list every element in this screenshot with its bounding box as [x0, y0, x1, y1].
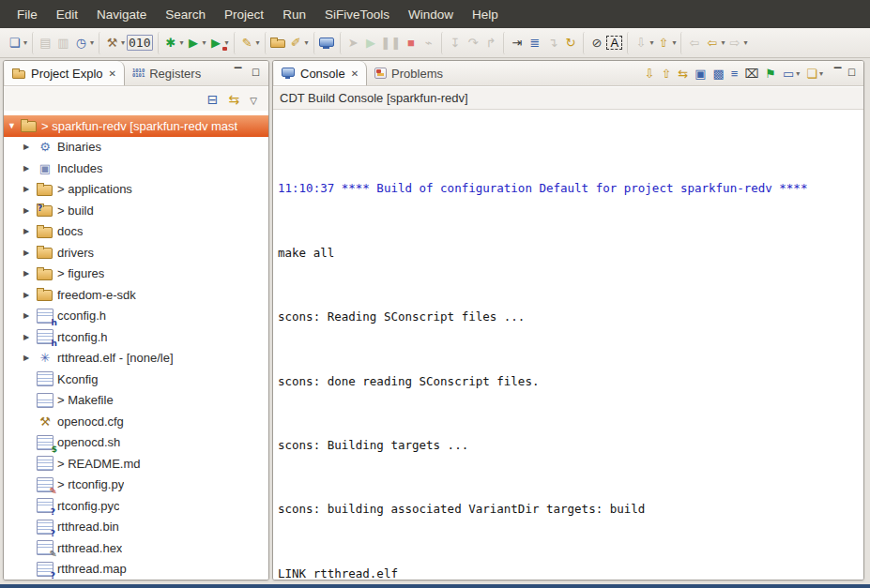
expand-arrow-icon[interactable]: ▶	[23, 354, 37, 362]
tab-problems[interactable]: Problems	[367, 61, 450, 85]
view-toolbar-button[interactable]: ⇆	[229, 93, 240, 106]
expand-arrow-icon[interactable]: ▶	[23, 164, 37, 173]
tree-item[interactable]: ▶ > applications	[4, 179, 268, 201]
toolbar-button[interactable]: ▶ ▾	[362, 32, 380, 54]
expand-arrow-icon[interactable]: ▶	[23, 269, 37, 278]
console-toolbar-button[interactable]: ⇆ ▾	[678, 68, 688, 80]
tree-item[interactable]: > README.md	[4, 453, 268, 475]
toolbar-button[interactable]: ↻ ▾	[561, 32, 579, 54]
maximize-icon[interactable]: ☐	[845, 68, 859, 78]
dropdown-arrow-icon[interactable]: ▾	[225, 38, 229, 47]
console-toolbar-button[interactable]: ▭ ▾	[783, 68, 800, 80]
dropdown-arrow-icon[interactable]: ▾	[649, 38, 653, 47]
toolbar-button[interactable]: ❏ ▾	[6, 32, 28, 54]
console-toolbar-button[interactable]: ⚑ ▾	[765, 68, 776, 80]
toolbar-button[interactable]: ▾	[265, 32, 287, 54]
tree-item[interactable]: ▶ drivers	[4, 242, 268, 264]
tree-item[interactable]: ▶ freedom-e-sdk	[4, 284, 268, 306]
close-icon[interactable]: ✕	[109, 68, 116, 79]
console-toolbar-button[interactable]: ≡ ▾	[731, 68, 739, 80]
expand-arrow-icon[interactable]: ▶	[23, 291, 37, 299]
toolbar-button[interactable]: ⇦ ▾	[703, 32, 725, 54]
tab-project-explorer[interactable]: Project Explo ✕	[5, 61, 125, 85]
expand-arrow-icon[interactable]: ▶	[23, 185, 37, 193]
dropdown-arrow-icon[interactable]: ▾	[796, 69, 800, 78]
toolbar-button[interactable]: ↷ ▾	[464, 32, 481, 54]
expand-arrow-icon[interactable]: ▼	[8, 121, 21, 130]
menu-item[interactable]: Navigate	[87, 0, 156, 28]
dropdown-arrow-icon[interactable]: ▾	[819, 69, 823, 78]
menu-item[interactable]: Project	[215, 0, 273, 28]
menu-item[interactable]: Edit	[47, 0, 87, 28]
menu-item[interactable]: Help	[463, 0, 508, 28]
minimize-icon[interactable]: ▔	[231, 68, 245, 78]
tree-item[interactable]: ▶ ⚙ Binaries	[4, 137, 268, 158]
tree-item[interactable]: ▶ ✳ rtthread.elf - [none/le]	[4, 348, 268, 369]
toolbar-button[interactable]: ▥ ▾	[54, 32, 72, 54]
toolbar-button[interactable]: ⌁ ▾	[420, 32, 437, 54]
toolbar-button[interactable]: ⇥ ▾	[503, 32, 526, 54]
toolbar-button[interactable]: ➤ ▾	[340, 32, 362, 54]
console-toolbar-button[interactable]: ▣ ▾	[694, 68, 706, 80]
expand-arrow-icon[interactable]: ▶	[23, 249, 37, 257]
console-toolbar-button[interactable]: ⇩ ▾	[644, 68, 654, 80]
dropdown-arrow-icon[interactable]: ▾	[721, 38, 725, 47]
tree-item[interactable]: ▶ > build	[4, 200, 268, 221]
tree-item[interactable]: ▶ cconfig.h	[4, 306, 268, 327]
console-toolbar-button[interactable]: ⇧ ▾	[661, 68, 671, 80]
menu-item[interactable]: File	[8, 0, 47, 28]
toolbar-button[interactable]: ◷ ▾	[72, 32, 95, 54]
toolbar-button[interactable]: ✱ ▾	[158, 32, 185, 54]
toolbar-button[interactable]: ⇨ ▾	[725, 32, 748, 54]
toolbar-button[interactable]: ↧ ▾	[441, 32, 464, 54]
tree-item[interactable]: rtconfig.pyc	[4, 495, 268, 517]
tree-item[interactable]: > Makefile	[4, 390, 268, 412]
maximize-icon[interactable]: ☐	[249, 68, 263, 78]
toolbar-button[interactable]: ✎ ▾	[234, 32, 261, 54]
expand-arrow-icon[interactable]: ▶	[23, 333, 37, 341]
tree-item[interactable]: ⚒ openocd.cfg	[4, 411, 268, 432]
view-toolbar-button[interactable]: ⊟	[207, 93, 219, 106]
dropdown-arrow-icon[interactable]: ▾	[23, 38, 27, 47]
toolbar-button[interactable]: ✐ ▾	[287, 32, 310, 54]
toolbar-button[interactable]: ⇦ ▾	[680, 32, 703, 54]
view-toolbar-button[interactable]: ▽	[250, 93, 257, 106]
menu-item[interactable]: Run	[273, 0, 315, 28]
dropdown-arrow-icon[interactable]: ▾	[305, 38, 309, 47]
tree-item[interactable]: > rtconfig.py	[4, 475, 268, 496]
toolbar-button[interactable]: ⇧ ▾	[654, 32, 677, 54]
dropdown-arrow-icon[interactable]: ▾	[180, 38, 184, 47]
console-toolbar-button[interactable]: ⌧ ▾	[744, 68, 758, 80]
toolbar-button[interactable]: 010 ▾	[126, 32, 153, 54]
tree-item[interactable]: rtthread.map	[4, 559, 268, 580]
toolbar-button[interactable]: ⊘ ▾	[583, 32, 605, 54]
console-toolbar-button[interactable]: ▩ ▾	[712, 68, 724, 80]
dropdown-arrow-icon[interactable]: ▾	[256, 38, 260, 47]
menu-item[interactable]: Window	[399, 0, 463, 28]
toolbar-button[interactable]: ■ ▾	[402, 32, 420, 54]
toolbar-button[interactable]: ↱ ▾	[481, 32, 499, 54]
toolbar-button[interactable]: A ▾	[605, 32, 623, 54]
dropdown-arrow-icon[interactable]: ▾	[90, 38, 94, 47]
tree-item[interactable]: rtthread.bin	[4, 517, 268, 538]
toolbar-button[interactable]: ⇩ ▾	[627, 32, 654, 54]
console-toolbar-button[interactable]: ❏ ▾	[806, 68, 823, 80]
close-icon[interactable]: ✕	[351, 68, 359, 79]
toolbar-button[interactable]: ❚❚ ▾	[380, 32, 403, 54]
tree-item[interactable]: openocd.sh	[4, 432, 268, 454]
tree-item[interactable]: rtthread.hex	[4, 537, 268, 559]
toolbar-button[interactable]: ▤ ▾	[32, 32, 54, 54]
dropdown-arrow-icon[interactable]: ▾	[672, 38, 676, 47]
expand-arrow-icon[interactable]: ▶	[23, 227, 37, 235]
minimize-icon[interactable]: ▔	[831, 68, 845, 78]
dropdown-arrow-icon[interactable]: ▾	[121, 38, 125, 47]
tree-item[interactable]: ▶ rtconfig.h	[4, 326, 268, 348]
expand-arrow-icon[interactable]: ▶	[23, 311, 37, 320]
toolbar-button[interactable]: ≣ ▾	[526, 32, 543, 54]
tree-item[interactable]: ▼ > sparkfun-redv [sparkfun-redv mast	[4, 115, 268, 137]
menu-item[interactable]: Search	[156, 0, 215, 28]
expand-arrow-icon[interactable]: ▶	[23, 143, 37, 151]
tree-item[interactable]: ▶ docs	[4, 221, 268, 243]
menu-item[interactable]: SiFiveTools	[315, 0, 399, 28]
toolbar-button[interactable]: ⚒ ▾	[99, 32, 126, 54]
